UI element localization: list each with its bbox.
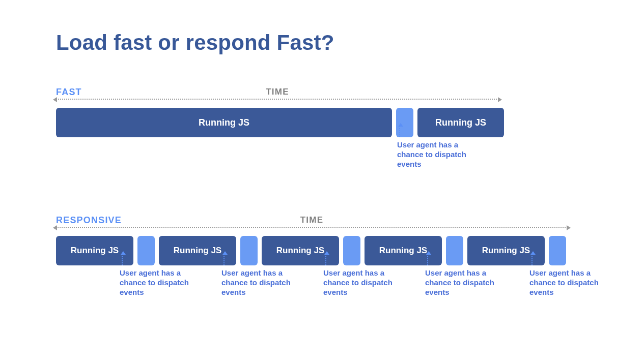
arrow-up-icon [325, 254, 326, 265]
scenario-fast: FAST TIME Running JS Running JS User age… [56, 85, 598, 188]
time-axis-icon [56, 227, 568, 228]
event-annotation: User agent has a chance to dispatch even… [120, 268, 206, 297]
js-block: Running JS [417, 108, 504, 137]
annotations-responsive: User agent has a chance to dispatch even… [56, 268, 598, 316]
event-gap-block [137, 236, 155, 265]
event-annotation: User agent has a chance to dispatch even… [323, 268, 410, 297]
axis-label-responsive: TIME [300, 215, 323, 225]
annotation-text: User agent has a chance to dispatch even… [120, 268, 189, 296]
js-block: Running JS [56, 108, 392, 137]
track-responsive: Running JS Running JS Running JS Running… [56, 236, 598, 265]
arrow-up-icon [223, 254, 225, 265]
js-block: Running JS [159, 236, 236, 265]
arrow-up-icon [399, 126, 400, 137]
event-gap-block [446, 236, 463, 265]
arrow-up-icon [427, 254, 428, 265]
event-annotation: User agent has a chance to dispatch even… [425, 268, 512, 297]
scenario-label-responsive: RESPONSIVE [56, 215, 122, 226]
arrow-up-icon [531, 254, 533, 265]
axis-label-fast: TIME [266, 87, 289, 97]
track-fast: Running JS Running JS [56, 108, 598, 137]
page-title: Load fast or respond Fast? [56, 31, 598, 55]
time-axis-icon [56, 99, 499, 100]
scenario-responsive: RESPONSIVE TIME Running JS Running JS Ru… [56, 214, 598, 316]
annotations-fast: User agent has a chance to dispatch even… [56, 140, 598, 188]
event-gap-block [343, 236, 360, 265]
js-block: Running JS [467, 236, 545, 265]
js-block: Running JS [365, 236, 442, 265]
arrow-up-icon [122, 254, 123, 265]
event-gap-block [549, 236, 566, 265]
annotation-text: User agent has a chance to dispatch even… [425, 268, 494, 296]
event-annotation: User agent has a chance to dispatch even… [221, 268, 308, 297]
event-annotation: User agent has a chance to dispatch even… [397, 140, 484, 169]
event-gap-block [240, 236, 258, 265]
annotation-text: User agent has a chance to dispatch even… [221, 268, 291, 296]
annotation-text: User agent has a chance to dispatch even… [323, 268, 393, 296]
annotation-text: User agent has a chance to dispatch even… [529, 268, 599, 296]
js-block: Running JS [262, 236, 339, 265]
scenario-label-fast: FAST [56, 87, 82, 98]
annotation-text: User agent has a chance to dispatch even… [397, 140, 466, 168]
event-annotation: User agent has a chance to dispatch even… [529, 268, 616, 297]
